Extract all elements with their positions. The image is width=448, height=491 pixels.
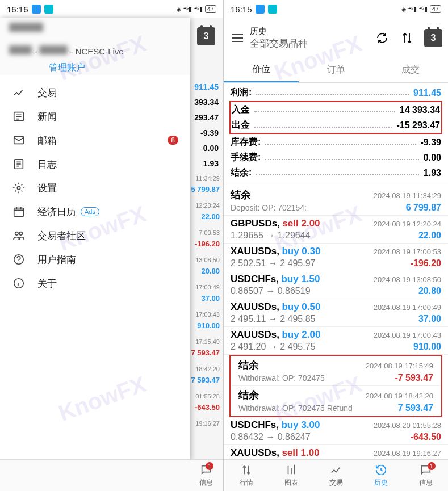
about-icon xyxy=(11,276,26,291)
settings-icon xyxy=(11,181,26,195)
trade-symbol: XAUUSDs, xyxy=(231,329,279,340)
nav-info[interactable]: 信息 1 xyxy=(189,460,223,491)
trade-prices: 2 491.20 → 2 495.75 xyxy=(231,342,315,352)
menu-label: 设置 xyxy=(37,182,57,195)
history-icon xyxy=(374,463,388,477)
summary-row: 手续费:0.00 xyxy=(231,150,441,165)
menu-label: 日志 xyxy=(37,158,57,171)
trade-sub: Withdrawal: OP: 702475 Refund xyxy=(238,404,353,413)
status-time: 16:16 xyxy=(7,5,28,14)
trade-item[interactable]: 结余2024.08.19 17:15:49Withdrawal: OP: 702… xyxy=(232,356,440,386)
trade-action: sell 1.00 xyxy=(282,447,319,458)
menu-label: 用户指南 xyxy=(37,253,76,266)
trade-item[interactable]: XAUUSDs, buy 0.502024.08.19 17:00:492 49… xyxy=(224,299,448,327)
signal-icon: ⁴ᴳ▮ xyxy=(419,6,428,13)
trade-item[interactable]: GBPUSDs, sell 2.002024.08.19 12:20:241.2… xyxy=(224,216,448,244)
community-icon xyxy=(11,228,26,243)
trade-item[interactable]: USDCHFs, buy 1.502024.08.19 13:08:500.86… xyxy=(224,271,448,299)
menu-item-help[interactable]: 用户指南 xyxy=(0,247,190,271)
menu-item-community[interactable]: 交易者社区 xyxy=(0,224,190,247)
nav-trade[interactable]: 交易 xyxy=(313,460,358,491)
trade-item[interactable]: 结余2024.08.19 18:42:20Withdrawal: OP: 702… xyxy=(232,386,440,416)
nav-chart[interactable]: 图表 xyxy=(269,460,313,491)
trade-symbol: GBPUSDs, xyxy=(231,218,280,229)
summary-label: 手续费: xyxy=(231,152,261,163)
page-subtitle: 全部交易品种 xyxy=(250,37,374,50)
menu-item-calendar[interactable]: 经济日历Ads xyxy=(0,200,190,224)
bg-trade-peek: 17:00:4937.00 xyxy=(189,280,223,308)
bg-summary-value: 293.47 xyxy=(189,110,219,125)
trade-pnl: 37.00 xyxy=(418,314,441,324)
summary-value: -15 293.47 xyxy=(396,120,440,131)
bg-trade-peek: 13:08:5020.80 xyxy=(189,253,223,280)
refresh-icon[interactable] xyxy=(374,30,390,46)
trade-action: buy 3.00 xyxy=(281,419,320,430)
badge: 1 xyxy=(428,462,436,470)
status-time: 16:15 xyxy=(231,5,252,14)
menu-item-log[interactable]: 日志 xyxy=(0,152,190,176)
trade-symbol: XAUUSDs, xyxy=(231,301,279,312)
account-header[interactable]: - - NCESC-Live 管理账户 xyxy=(0,18,190,75)
trade-pnl: -7 593.47 xyxy=(395,373,433,383)
nav-quotes[interactable]: 行情 xyxy=(224,460,269,491)
menu-icon[interactable] xyxy=(229,30,245,46)
menu-item-trade[interactable]: 交易 xyxy=(0,81,190,104)
menu-item-mail[interactable]: 邮箱8 xyxy=(0,128,190,152)
menu-item-news[interactable]: 新闻 xyxy=(0,104,190,128)
quotes-icon xyxy=(240,463,253,477)
trade-symbol: USDCHFs, xyxy=(231,274,279,284)
mail-icon xyxy=(11,133,26,148)
nav-label: 历史 xyxy=(374,478,388,488)
help-icon xyxy=(11,252,26,267)
trade-prices: 0.86432 → 0.86247 xyxy=(231,432,311,442)
summary-row: 入金14 393.34 xyxy=(232,102,440,117)
trade-symbol: XAUUSDs, xyxy=(231,246,279,257)
app-icon xyxy=(32,5,41,14)
nav-label: 交易 xyxy=(329,478,343,488)
sort-icon[interactable] xyxy=(399,30,415,46)
calendar-icon[interactable]: 3 xyxy=(424,29,442,47)
bg-trade-peek: 11:34:295 799.87 xyxy=(189,171,223,199)
bg-trade-peek: 17:15:497 593.47 xyxy=(189,335,223,362)
bg-summary-value: 393.34 xyxy=(189,95,219,110)
trade-time: 2024.08.19 18:42:20 xyxy=(366,392,433,400)
trade-action: buy 1.50 xyxy=(281,274,320,284)
menu-list: 交易新闻邮箱8日志设置经济日历Ads交易者社区用户指南关于 xyxy=(0,81,190,295)
trade-item[interactable]: XAUUSDs, buy 2.002024.08.19 17:00:432 49… xyxy=(224,327,448,355)
calendar-icon[interactable]: 3 xyxy=(197,27,215,45)
tab-1[interactable]: 订单 xyxy=(299,58,374,82)
menu-item-settings[interactable]: 设置 xyxy=(0,176,190,200)
balance-title: 结余 xyxy=(238,388,259,402)
log-icon xyxy=(11,157,26,171)
bottom-nav: 行情图表交易历史信息1 xyxy=(224,459,448,491)
menu-label: 新闻 xyxy=(37,110,57,123)
bg-summary-value: 0.00 xyxy=(189,141,219,156)
nav-info[interactable]: 信息1 xyxy=(403,460,448,491)
trade-item[interactable]: 结余2024.08.19 11:34:29Deposit: OP: 702154… xyxy=(224,186,448,216)
tab-2[interactable]: 成交 xyxy=(373,58,448,82)
ads-badge: Ads xyxy=(81,207,99,216)
trade-sub: Deposit: OP: 702154: xyxy=(231,203,307,212)
trade-sub: Withdrawal: OP: 702475 xyxy=(238,374,325,383)
summary-value: 0.00 xyxy=(424,153,441,163)
menu-label: 邮箱 xyxy=(37,134,57,147)
menu-item-about[interactable]: 关于 xyxy=(0,271,190,295)
nav-label: 信息 xyxy=(419,478,433,488)
tab-0[interactable]: 价位 xyxy=(224,58,299,82)
summary-row: 库存费:-9.39 xyxy=(231,135,441,150)
trade-time: 2024.08.19 12:20:24 xyxy=(374,220,441,228)
wifi-icon: ◈ xyxy=(401,6,406,13)
trade-prices: 0.86507 → 0.86519 xyxy=(231,286,311,296)
menu-label: 交易者社区 xyxy=(37,229,86,242)
trade-time: 2024.08.19 17:00:53 xyxy=(374,247,441,256)
trade-item[interactable]: XAUUSDs, buy 0.302024.08.19 17:00:532 50… xyxy=(224,244,448,271)
trade-item[interactable]: USDCHFs, buy 3.002024.08.20 01:55:280.86… xyxy=(224,417,448,445)
manage-account-link[interactable]: 管理账户 xyxy=(49,62,181,74)
highlight-deposit-withdrawal: 入金14 393.34出金-15 293.47 xyxy=(229,101,442,134)
summary-value: 911.45 xyxy=(413,88,441,98)
trade-time: 2024.08.19 19:16:27 xyxy=(374,449,441,458)
bg-summary-value: -9.39 xyxy=(189,125,219,141)
nav-history[interactable]: 历史 xyxy=(358,460,403,491)
summary-label: 利润: xyxy=(231,87,252,99)
trade-time: 2024.08.19 17:00:49 xyxy=(374,303,441,312)
